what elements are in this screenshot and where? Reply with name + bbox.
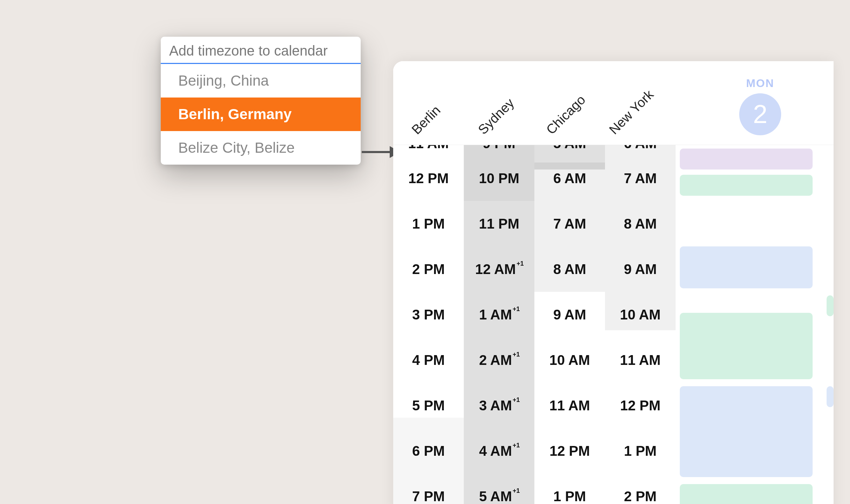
time-cell[interactable]: 12 PM [605,383,676,428]
time-cell[interactable]: 12 PM [534,428,605,474]
day-name: MON [687,77,834,90]
time-cell[interactable]: 11 PM [464,201,534,246]
time-cell[interactable]: 3 AM+1 [464,383,534,428]
tz-header-berlin[interactable]: Berlin [409,103,444,137]
tz-header-sydney[interactable]: Sydney [475,95,517,137]
day-header: MON 2 [687,77,834,135]
time-cell[interactable]: 7 AM [534,201,605,246]
time-cell[interactable]: 8 AM [534,246,605,292]
time-cell[interactable]: 9 AM [605,246,676,292]
time-cell[interactable]: 11 AM [605,337,676,383]
timezone-search-input[interactable] [169,43,352,59]
timezone-dropdown[interactable]: Beijing, China Berlin, Germany Belize Ci… [161,37,361,165]
time-cell[interactable]: 12 AM+1 [464,246,534,292]
time-cell[interactable]: 11 AM [534,383,605,428]
time-row: 1 PM11 PM7 AM8 AM [393,201,834,246]
time-cell[interactable]: 1 PM [605,428,676,474]
time-cell[interactable]: 3 PM [393,292,464,337]
timezone-headers: Berlin Sydney Chicago New York [393,61,680,145]
calendar-event[interactable] [680,246,813,288]
time-cell[interactable]: 4 PM [393,337,464,383]
time-cell[interactable]: 6 PM [393,428,464,474]
time-cell[interactable]: 4 AM+1 [464,428,534,474]
time-cell[interactable]: 10 AM [534,337,605,383]
tz-header-chicago[interactable]: Chicago [543,92,589,137]
time-cell[interactable]: 2 PM [605,474,676,504]
calendar-event[interactable] [680,313,813,379]
time-cell[interactable]: 10 PM [464,156,534,201]
time-cell[interactable]: 1 PM [393,201,464,246]
time-cell[interactable]: 2 PM [393,246,464,292]
dropdown-item-beijing[interactable]: Beijing, China [161,64,361,98]
time-cell[interactable]: 7 AM [605,156,676,201]
tz-header-newyork[interactable]: New York [606,87,657,137]
time-cell[interactable]: 6 AM [534,156,605,201]
time-cell[interactable]: 5 AM+1 [464,474,534,504]
time-cell[interactable]: 10 AM [605,292,676,337]
dropdown-item-berlin[interactable]: Berlin, Germany [161,98,361,131]
dropdown-item-belize[interactable]: Belize City, Belize [161,131,361,165]
time-cell[interactable]: 9 AM [534,292,605,337]
time-cell[interactable]: 2 AM+1 [464,337,534,383]
calendar-panel: Berlin Sydney Chicago New York MON 2 11 … [393,61,834,504]
day-number-badge[interactable]: 2 [739,93,781,135]
time-cell[interactable]: 12 PM [393,156,464,201]
calendar-event[interactable] [827,386,834,407]
calendar-event[interactable] [680,484,813,504]
calendar-event[interactable] [680,175,813,196]
calendar-event[interactable] [680,386,813,477]
calendar-event[interactable] [827,295,834,316]
time-cell[interactable]: 7 PM [393,474,464,504]
calendar-event[interactable] [680,149,813,170]
time-cell[interactable]: 5 PM [393,383,464,428]
time-cell[interactable]: 1 PM [534,474,605,504]
time-cell[interactable]: 8 AM [605,201,676,246]
timezone-search-wrap [161,37,361,64]
time-cell[interactable]: 1 AM+1 [464,292,534,337]
